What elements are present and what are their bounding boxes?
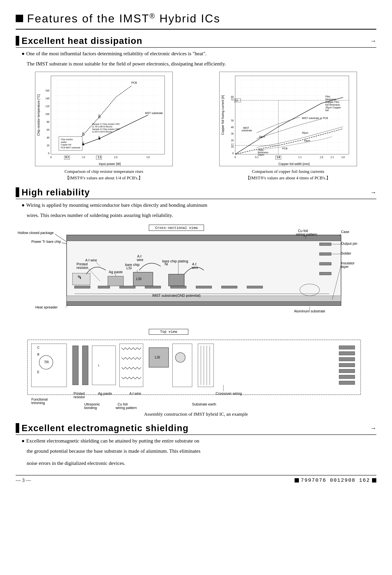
svg-text:foil    thickness: foil thickness [325, 103, 340, 106]
svg-text:60: 60 [231, 96, 234, 98]
svg-text:10μm: 10μm [258, 153, 264, 156]
heat-bullet: One of the most influential factors dete… [16, 49, 376, 58]
svg-text:160: 160 [45, 89, 49, 92]
svg-text:(1.75×2.06×0.45mm): (1.75×2.06×0.45mm) [92, 125, 112, 128]
svg-text:40: 40 [231, 126, 234, 129]
cross-section-svg: Cross-sectional view Hollow closed packa… [16, 223, 376, 325]
chart1-cap1: Comparison of chip resistor temperature … [65, 168, 143, 175]
chart1-svg: Chip resistor temperature [°C] Input pow… [35, 72, 172, 166]
svg-rect-156 [82, 346, 88, 385]
footer: — 3 — 7997076 0012908 162 [16, 475, 376, 483]
svg-text:wiring pattern: wiring pattern [296, 232, 317, 236]
svg-text:substrate: substrate [242, 129, 252, 132]
svg-text:60: 60 [47, 128, 49, 131]
svg-text:Film: Film [325, 95, 330, 98]
svg-point-163 [175, 353, 185, 362]
svg-rect-91 [98, 286, 110, 288]
chart2-svg: Copper foil fusing current [A] Copper fo… [220, 72, 357, 166]
svg-text:Cu foil: Cu foil [298, 229, 308, 233]
svg-rect-169 [339, 346, 355, 349]
shielding-section-heading: Excellent electromagnetic shielding [16, 423, 376, 435]
heat-dissipation-section: Excellent heat dissipation One of the mo… [16, 35, 376, 181]
svg-text:LSI: LSI [155, 355, 160, 359]
svg-rect-173 [339, 369, 355, 373]
svg-text:②: ② [98, 135, 100, 138]
svg-rect-128 [319, 272, 331, 275]
shielding-bullet-cont2: noise errors in the digitalized electron… [16, 459, 376, 467]
svg-rect-109 [108, 276, 123, 286]
chart1-box: Chip resistor temperature [°C] Input pow… [35, 72, 173, 166]
svg-text:Top view: Top view [160, 330, 177, 334]
svg-text:LSI: LSI [136, 277, 142, 281]
charts-row: Chip resistor temperature [°C] Input pow… [16, 72, 376, 181]
chart1-caption: Comparison of chip resistor temperature … [65, 168, 143, 181]
svg-text:Cu foil: Cu foil [118, 402, 128, 406]
svg-text:①: ① [82, 131, 84, 134]
reliability-bullet-cont: wires. This reduces number of soldering … [16, 211, 376, 219]
svg-rect-155 [73, 346, 78, 385]
svg-text:120: 120 [45, 105, 49, 108]
svg-text:0.3: 0.3 [65, 156, 69, 159]
svg-text:1.5: 1.5 [298, 156, 302, 159]
svg-text:0: 0 [50, 156, 52, 159]
title-black-square [16, 15, 23, 22]
svg-text:trimming: trimming [31, 401, 45, 405]
svg-text:Cross-sectional view: Cross-sectional view [155, 226, 197, 230]
cross-section-diagram: Cross-sectional view Hollow closed packa… [16, 223, 376, 417]
svg-text:3.0: 3.0 [341, 156, 345, 159]
svg-text:18μm: 18μm [304, 139, 310, 142]
svg-text:1.2: 1.2 [98, 156, 101, 159]
svg-text:Chip resistor: Chip resistor [61, 138, 73, 141]
svg-text:solder: solder [61, 141, 67, 143]
svg-text:wire: wire [137, 258, 143, 262]
svg-rect-172 [339, 363, 355, 367]
svg-text:layer: layer [341, 265, 349, 269]
svg-text:Hollow closed package: Hollow closed package [18, 231, 54, 235]
heat-section-title: Excellent heat dissipation [22, 35, 143, 46]
svg-rect-88 [67, 296, 341, 302]
svg-text:IMST substrate or PCB: IMST substrate or PCB [302, 117, 328, 120]
svg-text:2.5: 2.5 [330, 156, 334, 159]
chart2-box: Copper foil fusing current [A] Copper fo… [219, 72, 357, 166]
svg-text:0: 0 [235, 156, 236, 159]
svg-text:140: 140 [45, 97, 49, 100]
reliability-section-title: High reliability [22, 187, 90, 197]
svg-text:bare chip plating: bare chip plating [162, 259, 188, 263]
barcode-squares-right [372, 478, 376, 482]
svg-text:B: B [37, 353, 39, 356]
svg-text:A ℓ: A ℓ [192, 262, 196, 266]
top-rule [16, 29, 376, 30]
svg-text:Output pin: Output pin [341, 242, 357, 245]
svg-text:0: 0 [48, 152, 49, 155]
svg-text:Printed: Printed [76, 262, 88, 266]
svg-text:Chip resistor temperature [°C]: Chip resistor temperature [°C] [37, 94, 40, 136]
svg-text:Copper   Film: Copper Film [325, 100, 339, 103]
svg-text:Ag paste: Ag paste [109, 270, 123, 274]
svg-text:Heat spreader: Heat spreader [35, 305, 58, 309]
svg-text:18μm: 18μm [259, 135, 265, 138]
svg-text:35μm  Copper: 35μm Copper [325, 106, 341, 109]
svg-text:20: 20 [47, 144, 49, 147]
page-title-section: Features of the IMST® Hybrid ICs [16, 12, 376, 25]
svg-rect-127 [319, 263, 331, 265]
svg-text:(1.50×3.18×0.55mm): (1.50×3.18×0.55mm) [92, 131, 112, 133]
chart2-caption: Comparison of copper foil fusing current… [246, 168, 331, 181]
svg-text:A ℓ wire: A ℓ wire [129, 392, 141, 395]
svg-text:0.5: 0.5 [255, 156, 259, 159]
page-title-text: Features of the IMST [27, 12, 149, 25]
assembly-caption: Assembly construction of IMST hybrid IC,… [16, 411, 376, 417]
shielding-bullet-cont1: the ground potential because the base su… [16, 447, 376, 455]
heat-bullet-cont: The IMST substrate is most suitable for … [16, 60, 376, 68]
svg-text:80: 80 [47, 120, 49, 123]
footer-barcode: 7997076 0012908 162 [294, 478, 376, 483]
svg-text:Case: Case [341, 230, 349, 234]
reliability-section-bar [16, 187, 19, 197]
svg-text:Insulator: Insulator [341, 261, 355, 265]
page-title-rest: Hybrid ICs [155, 12, 220, 25]
barcode-squares-left [294, 478, 299, 482]
svg-text:PCB    IMST substrate: PCB IMST substrate [61, 146, 80, 149]
svg-rect-100 [73, 273, 90, 285]
svg-rect-170 [339, 352, 355, 355]
heat-section-bar [16, 36, 19, 46]
svg-text:foil: foil [325, 109, 329, 112]
